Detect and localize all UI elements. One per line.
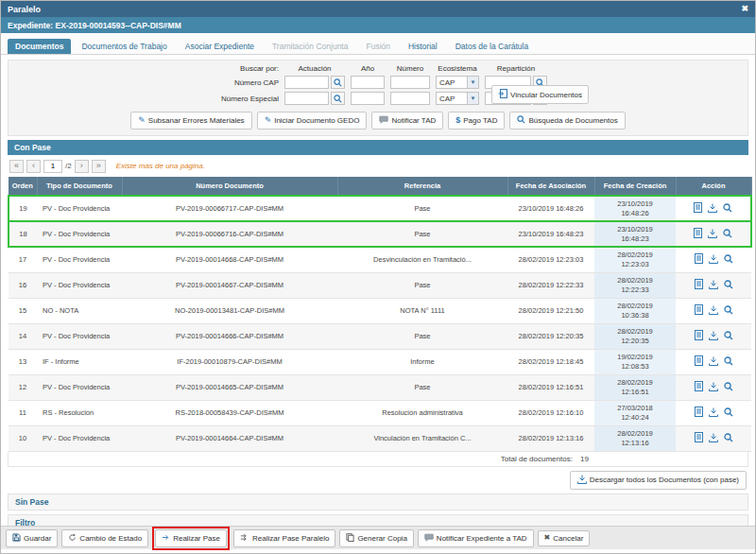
tab-datos-caratula[interactable]: Datos de la Carátula [448,39,537,54]
tab-asociar-expediente[interactable]: Asociar Expediente [178,39,262,54]
expediente-label: Expediente: EX-2019-00014593--CAP-DIS#MM [8,21,181,30]
realizar-pase-paralelo-button[interactable]: Realizar Pase Paralelo [233,529,335,547]
cell-numero-documento: PV-2019-00014664-CAP-DIS#MM [122,425,337,451]
subsanar-errores-button[interactable]: ✎ Subsanar Errores Materiales [130,112,251,130]
numero-cap-ano-input[interactable] [351,76,385,89]
numero-cap-ecosistema-select[interactable]: CAP ▼ [436,76,479,89]
search-icon[interactable] [724,407,733,419]
download-icon[interactable] [709,331,718,342]
search-icon[interactable] [331,92,345,105]
pago-tad-button[interactable]: $ Pago TAD [448,112,505,130]
cell-tipo-documento: PV - Doc Providencia [37,221,122,247]
tab-documentos[interactable]: Documentos [8,39,71,54]
search-icon[interactable] [724,280,733,291]
generar-copia-button[interactable]: Generar Copia [339,529,413,547]
col-tipo-documento[interactable]: Tipo de Documento [37,177,122,196]
search-icon[interactable] [724,356,733,368]
download-icon[interactable] [709,254,718,266]
cancelar-button[interactable]: ✖ Cancelar [538,530,591,546]
link-document-icon [498,89,507,100]
cell-fecha-creacion: 28/02/201910:36:38 [594,298,676,323]
cell-fecha-asociacion: 28/02/2019 12:18:45 [507,349,594,374]
vincular-documentos-button[interactable]: Vincular Documentos [491,85,589,104]
button-label: Realizar Pase [173,534,220,543]
section-con-pase[interactable]: Con Pase [8,140,748,155]
numero-cap-numero-input[interactable] [390,76,430,89]
close-icon[interactable]: ✖ [741,5,748,13]
cell-fecha-creacion: 19/02/201912:08:53 [594,349,676,374]
search-icon[interactable] [724,254,733,266]
search-icon[interactable] [723,203,732,215]
cell-accion [676,400,751,425]
search-icon[interactable] [724,305,733,317]
cell-referencia: Vinculación en Tramitación C... [337,425,507,451]
view-document-icon[interactable] [695,330,703,342]
download-icon[interactable] [709,382,718,393]
download-all-button[interactable]: Descargar todos los Documentos (con pase… [570,471,747,490]
first-page-button[interactable]: « [9,160,24,173]
documents-table: Orden Tipo de Documento Número Documento… [8,177,752,452]
notificar-tad-button[interactable]: Notificar TAD [371,112,443,130]
search-icon[interactable] [331,76,345,89]
download-icon[interactable] [708,203,717,215]
button-label: Cambio de Estado [79,534,142,543]
view-document-icon[interactable] [694,228,702,240]
col-referencia[interactable]: Referencia [337,177,507,196]
view-document-icon[interactable] [695,407,703,419]
col-fecha-creacion[interactable]: Fecha de Creación [594,177,676,196]
last-page-button[interactable]: » [92,160,106,173]
notificar-expediente-tad-button[interactable]: Notificar Expediente a TAD [418,529,534,547]
col-fecha-asociacion[interactable]: Fecha de Asociación [507,177,594,196]
search-icon[interactable] [724,382,733,393]
cambio-de-estado-button[interactable]: Cambio de Estado [61,529,148,547]
cell-fecha-asociacion: 23/10/2019 16:48:23 [507,221,594,247]
col-orden[interactable]: Orden [9,177,37,196]
numero-cap-actuacion-input[interactable] [284,76,329,89]
download-icon[interactable] [709,280,718,291]
download-icon[interactable] [709,407,718,419]
tab-documentos-de-trabajo[interactable]: Documentos de Trabajo [74,39,174,54]
cell-tipo-documento: PV - Doc Providencia [37,374,122,400]
view-document-icon[interactable] [695,355,703,368]
download-icon[interactable] [708,229,717,240]
numero-especial-ecosistema-select[interactable]: CAP ▼ [436,92,479,105]
button-label: Iniciar Documento GEDO [274,116,359,125]
download-icon[interactable] [709,356,718,368]
numero-especial-label: Número Especial [209,95,279,103]
tab-historial[interactable]: Historial [401,39,445,54]
cell-accion [676,247,751,272]
view-document-icon[interactable] [695,279,703,291]
view-document-icon[interactable] [695,253,703,266]
cell-accion [676,196,751,221]
guardar-button[interactable]: Guardar [6,529,58,547]
table-row: 12PV - Doc ProvidenciaPV-2019-00014665-C… [9,374,751,400]
view-document-icon[interactable] [695,381,703,393]
view-document-icon[interactable] [695,432,703,444]
section-sin-pase[interactable]: Sin Pase [8,493,748,511]
busqueda-documentos-button[interactable]: Búsqueda de Documentos [509,112,625,130]
pase-icon [162,533,170,544]
page-number-input[interactable] [43,160,62,173]
search-icon[interactable] [724,433,733,444]
realizar-pase-annotation: Realizar Pase [152,527,230,550]
prev-page-button[interactable]: ‹ [26,160,41,173]
view-document-icon[interactable] [694,202,702,215]
filter-action-buttons: ✎ Subsanar Errores Materiales ✎ Iniciar … [9,112,747,130]
numero-especial-ano-input[interactable] [351,92,385,105]
numero-especial-numero-input[interactable] [390,92,430,105]
download-icon[interactable] [709,433,718,444]
realizar-pase-button[interactable]: Realizar Pase [155,529,227,547]
col-numero-documento[interactable]: Número Documento [122,177,337,196]
cell-fecha-asociacion: 28/02/2019 12:22:33 [507,272,594,298]
chevron-down-icon: ▼ [467,93,478,104]
cell-accion [676,221,751,247]
cell-accion [676,272,751,298]
next-page-button[interactable]: › [75,160,89,173]
download-icon[interactable] [709,305,718,317]
cell-referencia: Pase [337,323,507,349]
iniciar-documento-gedo-button[interactable]: ✎ Iniciar Documento GEDO [257,112,368,130]
view-document-icon[interactable] [695,304,703,317]
search-icon[interactable] [724,331,733,342]
numero-especial-actuacion-input[interactable] [284,92,329,105]
search-icon[interactable] [723,229,732,240]
